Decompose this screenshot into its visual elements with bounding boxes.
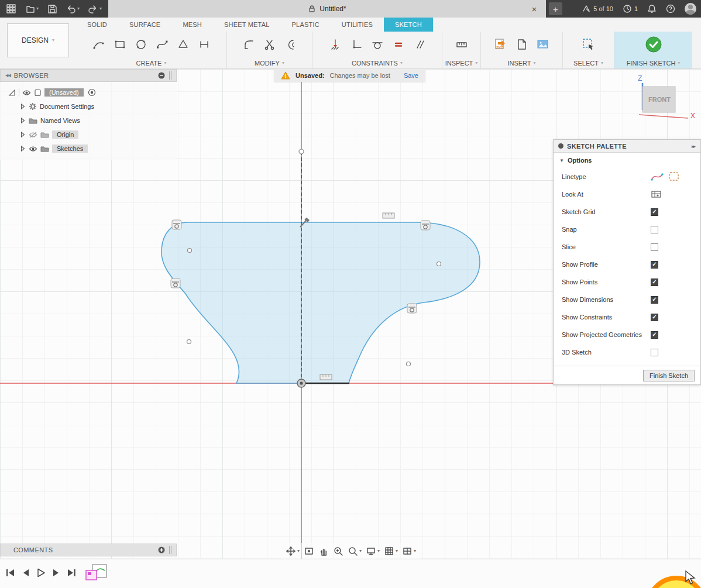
expand-caret-icon[interactable] [20,146,25,152]
viewcube[interactable]: Z FRONT X [634,71,697,135]
browser-item-sketches[interactable]: Sketches [0,142,177,156]
select-dropdown[interactable]: SELECT ▾ [563,57,614,68]
browser-item-document-settings[interactable]: Document Settings [0,99,177,114]
palette-expand-icon[interactable]: ▸▸ [692,143,696,149]
polygon-tool-button[interactable] [174,35,193,54]
tab-mesh[interactable]: MESH [171,18,213,32]
offset-tool-button[interactable] [281,35,300,54]
tangent-constraint-badge[interactable] [407,304,417,313]
undo-button[interactable]: ▾ [63,2,82,16]
visibility-eye-icon[interactable] [29,146,37,152]
rectangle-tool-button[interactable] [111,35,129,54]
line-tool-button[interactable] [90,35,108,54]
file-menu-button[interactable]: ▾ [22,2,41,16]
modify-dropdown[interactable]: MODIFY ▾ [227,57,312,68]
pan-button[interactable] [318,546,329,556]
tangent-constraint-badge[interactable] [421,221,430,230]
document-tab[interactable]: Untitled* × [108,0,546,18]
model-canvas[interactable]: Unsaved: Changes may be lost Save ◀◀ BRO… [0,69,701,559]
viewports-button[interactable]: ▾ [402,546,416,556]
visibility-eye-icon[interactable] [22,90,31,96]
comments-header[interactable]: COMMENTS [0,544,177,556]
zoom-window-button[interactable]: ▾ [348,546,362,556]
timeline-go-to-end-button[interactable] [66,566,77,579]
zoom-button[interactable] [333,546,343,556]
tab-plastic[interactable]: PLASTIC [281,18,331,32]
fillet-tool-button[interactable] [239,35,258,54]
show-constraints-checkbox[interactable] [651,314,658,321]
equal-constraint-button[interactable] [389,35,408,54]
timeline-sketch-feature[interactable] [85,564,109,583]
workspace-selector[interactable]: DESIGN ▾ [7,23,69,57]
alerts-button[interactable] [647,4,657,13]
3d-sketch-checkbox[interactable] [651,349,658,356]
timeline-step-forward-button[interactable] [50,566,62,579]
slot-tool-button[interactable] [195,35,214,54]
help-button[interactable] [666,4,675,13]
linetype-spline-icon[interactable] [651,171,664,182]
panel-resize-grip[interactable] [169,546,171,554]
insert-dropdown[interactable]: INSERT ▾ [481,57,562,68]
sketch-point[interactable] [187,340,191,344]
save-button[interactable] [44,2,60,16]
parallel-constraint-button[interactable] [410,35,429,54]
browser-root-row[interactable]: (Unsaved) [0,85,177,99]
visibility-off-eye-icon[interactable] [29,132,37,138]
sketch-profile[interactable] [161,222,480,383]
close-document-button[interactable]: × [528,3,540,15]
look-at-button[interactable] [304,546,314,556]
tangent-constraint-button[interactable] [368,35,387,54]
constraints-dropdown[interactable]: CONSTRAINTS ▾ [312,57,442,68]
expand-caret-icon[interactable] [20,104,25,109]
origin-point[interactable] [297,379,305,387]
expand-caret-icon[interactable] [20,118,25,123]
dimension-badge[interactable] [383,213,394,218]
show-points-checkbox[interactable] [651,278,658,286]
linetype-construction-icon[interactable] [668,171,680,182]
spline-tool-button[interactable] [153,35,171,54]
circle-tool-button[interactable] [132,35,150,54]
insert-canvas-button[interactable] [534,35,552,54]
slice-checkbox[interactable] [651,243,658,251]
trim-tool-button[interactable] [260,35,279,54]
tangent-constraint-badge[interactable] [172,220,181,229]
grid-settings-button[interactable]: ▾ [384,546,398,556]
expand-caret-icon[interactable] [20,132,25,137]
browser-item-origin[interactable]: Origin [0,128,177,142]
redo-button[interactable]: ▾ [85,2,104,16]
timeline-play-button[interactable] [35,566,47,579]
notifications-button[interactable]: 1 [623,4,638,13]
inspect-dropdown[interactable]: INSPECT ▾ [442,57,480,68]
finish-sketch-palette-button[interactable]: Finish Sketch [643,370,695,381]
app-grid-button[interactable] [4,2,19,16]
tangent-constraint-badge[interactable] [171,278,180,288]
sketch-point[interactable] [407,362,411,366]
tab-solid[interactable]: SOLID [76,18,118,32]
create-dropdown[interactable]: CREATE ▾ [76,57,226,68]
dimension-badge[interactable] [320,374,332,380]
finish-sketch-button[interactable] [643,34,664,55]
show-profile-checkbox[interactable] [651,261,658,269]
sketch-grid-checkbox[interactable] [651,208,658,216]
orbit-button[interactable]: ▾ [286,546,300,556]
select-tool-button[interactable] [579,35,598,54]
tab-sheet-metal[interactable]: SHEET METAL [213,18,281,32]
measure-tool-button[interactable] [452,35,471,54]
browser-item-named-views[interactable]: Named Views [0,114,177,128]
sketch-point[interactable] [299,149,304,154]
timeline-go-to-start-button[interactable] [5,566,16,579]
panel-resize-grip[interactable] [169,71,171,80]
warning-save-link[interactable]: Save [396,72,418,79]
job-status-button[interactable]: 5 of 10 [582,4,613,13]
root-document-label[interactable]: (Unsaved) [44,88,84,97]
new-tab-button[interactable]: + [549,2,562,15]
browser-header[interactable]: ◀◀ BROWSER [0,69,177,82]
finish-sketch-dropdown[interactable]: FINISH SKETCH ▾ [614,57,692,68]
tab-sketch[interactable]: SKETCH [384,18,433,32]
hide-browser-icon[interactable] [157,71,166,80]
look-at-icon[interactable] [651,189,662,200]
insert-derive-button[interactable] [513,35,531,54]
collapse-panel-icon[interactable]: ◀◀ [5,73,11,78]
sketch-point[interactable] [437,262,441,266]
fix-constraint-button[interactable] [326,35,345,54]
